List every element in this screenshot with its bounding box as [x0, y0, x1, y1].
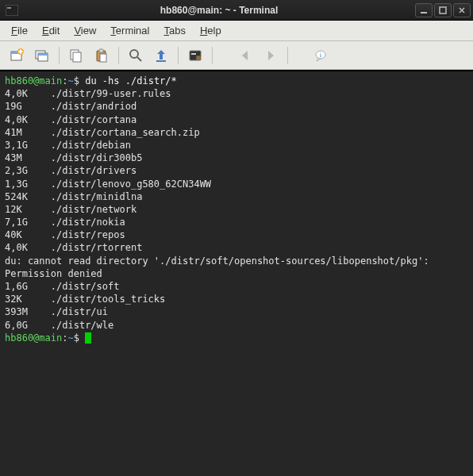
- prompt-userhost: hb860@main: [5, 332, 62, 344]
- maximize-button[interactable]: [434, 3, 452, 17]
- minimize-button[interactable]: [415, 3, 433, 17]
- menu-tabs[interactable]: Tabs: [157, 22, 191, 39]
- toolbar-separator: [178, 47, 179, 64]
- titlebar[interactable]: hb860@main: ~ - Terminal: [0, 0, 473, 21]
- svg-rect-13: [38, 53, 48, 56]
- menu-view[interactable]: View: [67, 22, 102, 39]
- menu-file[interactable]: File: [5, 22, 34, 39]
- svg-rect-18: [100, 54, 106, 62]
- svg-rect-15: [73, 52, 81, 62]
- copy-button[interactable]: [64, 44, 88, 67]
- close-button[interactable]: [453, 3, 471, 17]
- error-line: du: cannot read directory './distr/soft/…: [5, 255, 435, 279]
- about-button[interactable]: i: [309, 44, 333, 67]
- output-rows: 4,0K ./distr/99-user.rules 19G ./distr/a…: [5, 88, 211, 253]
- preferences-button[interactable]: [183, 44, 207, 67]
- svg-rect-10: [19, 51, 23, 52]
- svg-rect-21: [156, 60, 166, 62]
- toolbar-separator: [287, 47, 288, 64]
- search-button[interactable]: [124, 44, 148, 67]
- menu-terminal[interactable]: Terminal: [104, 22, 156, 39]
- cursor: [85, 332, 91, 344]
- new-window-button[interactable]: [30, 44, 54, 67]
- toolbar-separator: [212, 47, 213, 64]
- svg-rect-0: [6, 5, 18, 16]
- svg-rect-3: [440, 7, 446, 13]
- new-tab-button[interactable]: [5, 44, 29, 67]
- command-text: du -hs ./distr/*: [85, 75, 177, 86]
- svg-rect-23: [191, 53, 196, 55]
- prompt-dollar: $: [74, 75, 79, 86]
- svg-point-24: [196, 56, 201, 60]
- prev-tab-button[interactable]: [233, 44, 257, 67]
- svg-rect-1: [7, 7, 11, 9]
- window-title: hb860@main: ~ - Terminal: [24, 5, 414, 16]
- next-tab-button[interactable]: [259, 44, 283, 67]
- toolbar: i: [0, 41, 473, 70]
- prompt-dollar: $: [74, 332, 79, 344]
- toolbar-separator: [59, 47, 60, 64]
- toolbar-separator: [118, 47, 119, 64]
- app-icon: [0, 5, 24, 16]
- prompt-path: ~: [67, 332, 73, 344]
- menu-edit[interactable]: Edit: [36, 22, 66, 39]
- window-controls: [414, 3, 471, 17]
- prompt-path: ~: [67, 75, 73, 86]
- fullscreen-button[interactable]: [149, 44, 173, 67]
- menu-help[interactable]: Help: [194, 22, 228, 39]
- svg-rect-2: [421, 12, 427, 13]
- terminal-window: hb860@main: ~ - Terminal File Edit View …: [0, 0, 473, 476]
- menubar: File Edit View Terminal Tabs Help: [0, 21, 473, 41]
- prompt-userhost: hb860@main: [5, 75, 62, 86]
- paste-button[interactable]: [90, 44, 113, 67]
- output-rows: 1,6G ./distr/soft 32K ./distr/tools_tric…: [5, 281, 165, 331]
- terminal-output[interactable]: hb860@main:~$ du -hs ./distr/* 4,0K ./di…: [0, 70, 473, 476]
- svg-line-20: [137, 57, 141, 61]
- svg-point-19: [130, 50, 138, 58]
- svg-rect-17: [99, 49, 103, 52]
